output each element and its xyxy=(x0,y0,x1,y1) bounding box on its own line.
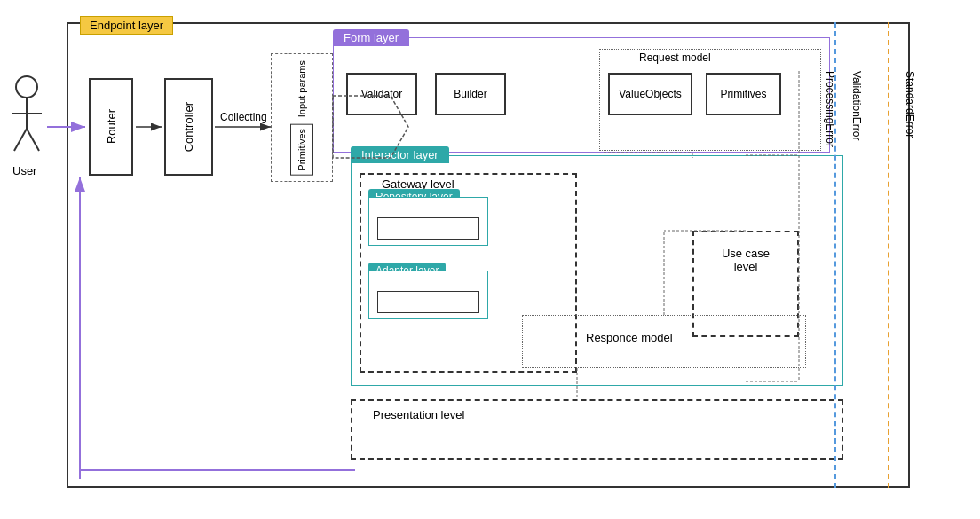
router-label: Router xyxy=(105,109,118,144)
validator-box: Validator xyxy=(346,73,417,115)
adapter-inner-box xyxy=(377,291,479,313)
request-primitives-box: Primitives xyxy=(706,73,781,115)
controller-label: Controller xyxy=(182,102,195,152)
user-label: User xyxy=(12,164,36,177)
value-objects-box: ValueObjects xyxy=(608,73,692,115)
presentation-level-label: Presentation level xyxy=(373,408,464,421)
svg-line-3 xyxy=(14,129,27,151)
standard-error-line xyxy=(888,22,889,488)
diagram-container: Endpoint layer User Router Controller Co… xyxy=(0,0,980,519)
use-case-level-label: Use case level xyxy=(710,247,781,273)
input-params-box: Input params Primitives xyxy=(271,53,333,182)
svg-line-4 xyxy=(27,129,39,151)
processing-error-label: ProcessingError xyxy=(824,71,836,147)
response-model-label: Responce model xyxy=(586,331,673,344)
standard-error-label: StandardError xyxy=(904,71,916,138)
endpoint-layer-label: Endpoint layer xyxy=(80,16,173,35)
interactor-layer-label: Interactor layer xyxy=(351,146,449,163)
router-box: Router xyxy=(89,78,133,176)
builder-box: Builder xyxy=(435,73,506,115)
controller-box: Controller xyxy=(164,78,213,176)
input-params-label: Input params xyxy=(296,60,307,117)
primitives-small-box: Primitives xyxy=(290,124,313,176)
request-model-label: Request model xyxy=(639,51,711,64)
validation-error-label: ValidationError xyxy=(850,71,863,140)
repository-inner-box xyxy=(377,217,479,240)
svg-point-0 xyxy=(16,76,37,98)
collecting-text: Collecting xyxy=(220,111,267,123)
form-layer-label: Form layer xyxy=(333,29,409,46)
